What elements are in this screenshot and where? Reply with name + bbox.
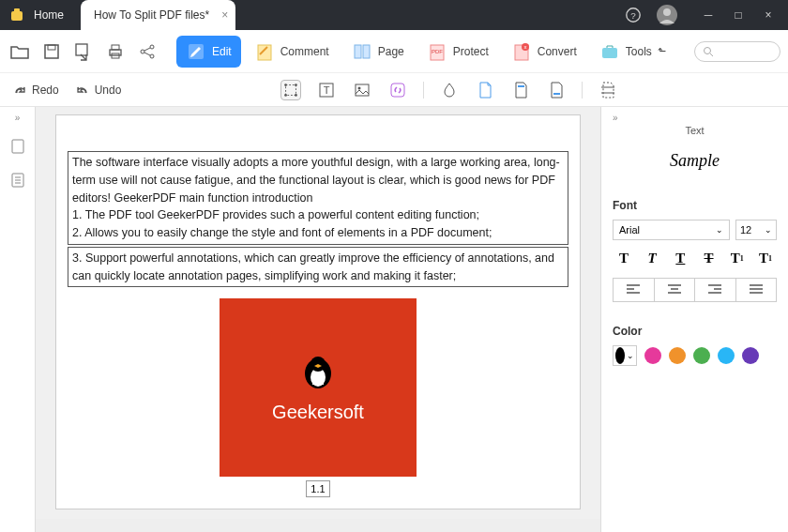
- select-tool-icon[interactable]: [280, 80, 301, 100]
- thumbnails-icon[interactable]: [8, 136, 28, 157]
- tab-protect-label: Protect: [453, 45, 489, 58]
- close-button[interactable]: ×: [760, 7, 777, 23]
- horizontal-scrollbar[interactable]: [36, 519, 600, 532]
- svg-text:x: x: [523, 44, 526, 50]
- svg-rect-42: [12, 140, 23, 153]
- svg-text:T: T: [324, 84, 330, 96]
- color-swatch[interactable]: [644, 347, 661, 364]
- text-tool-icon[interactable]: T: [316, 80, 337, 100]
- edit-toolbar: Redo Undo T: [0, 73, 788, 107]
- search-input[interactable]: [694, 41, 780, 62]
- font-size-select[interactable]: 12 ⌄: [735, 220, 777, 240]
- italic-button[interactable]: T: [641, 248, 663, 268]
- tab-page[interactable]: Page: [342, 36, 414, 68]
- home-label[interactable]: Home: [34, 8, 64, 22]
- svg-rect-17: [363, 45, 370, 58]
- document-tab[interactable]: How To Split PDF files* ×: [81, 0, 235, 30]
- align-right-button[interactable]: [695, 279, 736, 301]
- svg-rect-41: [553, 93, 560, 95]
- svg-rect-30: [286, 84, 296, 95]
- tab-edit[interactable]: Edit: [176, 36, 241, 68]
- collapse-right-icon[interactable]: »: [613, 113, 777, 123]
- tab-convert[interactable]: x Convert: [502, 36, 586, 68]
- align-justify-button[interactable]: [736, 279, 777, 301]
- app-icon: [8, 6, 26, 24]
- page-footer-icon[interactable]: [546, 80, 567, 100]
- color-swatch[interactable]: [742, 347, 759, 364]
- subscript-button[interactable]: T1: [754, 248, 777, 268]
- crop-icon[interactable]: [598, 80, 618, 100]
- redo-label: Redo: [32, 84, 59, 97]
- svg-rect-37: [356, 84, 369, 96]
- page: The software interface visually adopts a…: [55, 114, 581, 509]
- edit-icon: [186, 41, 206, 62]
- tab-edit-label: Edit: [212, 45, 232, 58]
- tab-title: How To Split PDF files*: [94, 8, 209, 22]
- svg-text:?: ?: [630, 10, 636, 21]
- titlebar: Home How To Split PDF files* × ? ─ □ ×: [0, 0, 788, 30]
- text-block-2[interactable]: 3. Support powerful annotations, which c…: [68, 247, 568, 288]
- align-left-button[interactable]: [614, 279, 655, 301]
- svg-point-11: [141, 50, 144, 53]
- link-tool-icon[interactable]: [387, 80, 408, 100]
- bold-button[interactable]: T: [613, 248, 635, 268]
- undo-icon: [76, 84, 89, 97]
- text-block-1[interactable]: The software interface visually adopts a…: [68, 151, 568, 245]
- svg-point-33: [285, 94, 288, 97]
- document-scroll[interactable]: The software interface visually adopts a…: [36, 107, 600, 519]
- color-swatch[interactable]: [669, 347, 686, 364]
- ribbon: Edit Comment Page PDF Protect x Convert …: [0, 30, 788, 73]
- avatar[interactable]: [657, 5, 677, 25]
- share-icon[interactable]: [137, 41, 158, 62]
- superscript-button[interactable]: T1: [726, 248, 749, 268]
- search-icon: [703, 46, 714, 57]
- document-area: The software interface visually adopts a…: [36, 107, 600, 532]
- separator: [423, 82, 424, 99]
- font-family-select[interactable]: Arial ⌄: [613, 220, 730, 240]
- strikethrough-button[interactable]: T: [698, 248, 720, 268]
- color-swatch[interactable]: [693, 347, 710, 364]
- image-tool-icon[interactable]: [352, 80, 372, 100]
- close-icon[interactable]: ×: [221, 8, 228, 22]
- align-center-button[interactable]: [655, 279, 696, 301]
- page-header-icon[interactable]: [510, 80, 531, 100]
- undo-button[interactable]: Undo: [76, 84, 122, 97]
- svg-rect-39: [391, 84, 404, 97]
- logo-image[interactable]: Geekersoft: [220, 298, 417, 477]
- watermark-icon[interactable]: [439, 80, 460, 100]
- penguin-icon: [299, 353, 337, 390]
- protect-icon: PDF: [427, 41, 447, 62]
- save-as-icon[interactable]: [73, 41, 94, 62]
- maximize-button[interactable]: □: [730, 7, 747, 23]
- outline-icon[interactable]: [8, 170, 28, 190]
- save-icon[interactable]: [41, 41, 62, 62]
- tools-icon: [599, 41, 620, 62]
- svg-rect-15: [258, 45, 271, 60]
- svg-rect-23: [602, 48, 617, 58]
- svg-rect-40: [518, 85, 524, 87]
- color-swatch[interactable]: [718, 347, 735, 364]
- convert-icon: x: [511, 41, 532, 62]
- tab-page-label: Page: [378, 45, 404, 58]
- open-folder-icon[interactable]: [9, 41, 30, 62]
- font-size-value: 12: [740, 224, 751, 236]
- tab-tools[interactable]: Tools ⬑: [590, 36, 675, 68]
- print-icon[interactable]: [105, 41, 126, 62]
- redo-button[interactable]: Redo: [13, 84, 59, 97]
- svg-point-34: [295, 94, 297, 97]
- sample-preview: Sample: [613, 151, 777, 171]
- current-color-picker[interactable]: ⌄: [613, 345, 637, 366]
- chevron-down-icon: ⌄: [716, 225, 723, 235]
- collapse-left-icon[interactable]: »: [15, 113, 21, 123]
- new-page-icon[interactable]: [475, 80, 495, 100]
- svg-point-32: [295, 84, 297, 86]
- help-icon[interactable]: ?: [625, 7, 642, 23]
- minimize-button[interactable]: ─: [700, 7, 717, 23]
- svg-point-13: [150, 54, 154, 58]
- underline-button[interactable]: T: [669, 248, 691, 268]
- tab-comment-label: Comment: [280, 45, 329, 58]
- comment-icon: [254, 41, 275, 62]
- tab-comment[interactable]: Comment: [245, 36, 339, 68]
- tab-protect[interactable]: PDF Protect: [417, 36, 498, 68]
- svg-rect-16: [355, 45, 361, 58]
